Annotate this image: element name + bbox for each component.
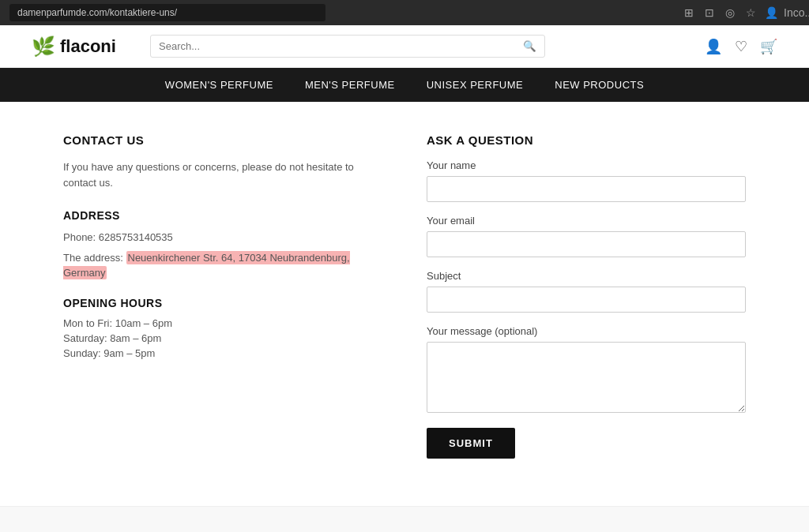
- site-footer: OUR SHOP My account payment CONTACT Abou…: [0, 506, 809, 532]
- submit-button[interactable]: SUBMIT: [427, 428, 515, 459]
- main-content: CONTACT US If you have any questions or …: [0, 102, 809, 490]
- user-icon: 👤: [705, 39, 722, 54]
- email-input[interactable]: [427, 231, 746, 257]
- search-bar: 🔍: [150, 35, 545, 58]
- ask-question-column: ASK A QUESTION Your name Your email Subj…: [427, 133, 746, 459]
- opening-hours-title: OPENING HOURS: [63, 297, 379, 309]
- eye-icon: ◎: [722, 6, 738, 19]
- url-bar[interactable]: damenparfumde.com/kontaktiere-uns/: [9, 4, 325, 21]
- cart-icon: 🛒: [760, 39, 777, 54]
- subject-input[interactable]: [427, 287, 746, 313]
- browser-icons: ⊞ ⊡ ◎ ☆ 👤 Inco...: [681, 6, 800, 19]
- contact-intro-text: If you have any questions or concerns, p…: [63, 159, 379, 190]
- contact-info-column: CONTACT US If you have any questions or …: [63, 133, 379, 459]
- search-icon: 🔍: [523, 40, 536, 52]
- browser-chrome: damenparfumde.com/kontaktiere-uns/ ⊞ ⊡ ◎…: [0, 0, 809, 25]
- user-account-button[interactable]: 👤: [705, 38, 722, 55]
- hours-saturday: Saturday: 8am – 6pm: [63, 332, 379, 344]
- logo-icon: 🌿: [32, 36, 55, 58]
- incognito-icon: 👤: [763, 6, 779, 19]
- hours-mon-fri: Mon to Fri: 10am – 6pm: [63, 317, 379, 329]
- hours-sunday: Sunday: 9am – 5pm: [63, 347, 379, 359]
- message-textarea[interactable]: [427, 342, 746, 413]
- header-icons: 👤 ♡ 🛒: [705, 38, 777, 55]
- main-nav: WOMEN'S PERFUME MEN'S PERFUME UNISEX PER…: [0, 68, 809, 102]
- grid-icon: ⊞: [681, 6, 697, 19]
- message-field-group: Your message (optional): [427, 325, 746, 415]
- opening-hours-section: OPENING HOURS Mon to Fri: 10am – 6pm Sat…: [63, 297, 379, 359]
- site-header: 🌿 flaconi 🔍 👤 ♡ 🛒: [0, 25, 809, 68]
- name-label: Your name: [427, 159, 746, 171]
- ask-question-title: ASK A QUESTION: [427, 133, 746, 147]
- subject-label: Subject: [427, 270, 746, 282]
- address-label: The address:: [63, 252, 123, 264]
- address-line: The address: Neuenkirchener Str. 64, 170…: [63, 250, 379, 281]
- nav-mens-perfume[interactable]: MEN'S PERFUME: [305, 79, 395, 91]
- subject-field-group: Subject: [427, 270, 746, 313]
- logo-text: flaconi: [60, 36, 116, 57]
- phone-line: Phone: 6285753140535: [63, 230, 379, 245]
- email-label: Your email: [427, 215, 746, 227]
- search-button[interactable]: 🔍: [523, 40, 536, 52]
- star-icon: ☆: [743, 6, 758, 19]
- nav-unisex-perfume[interactable]: UNISEX PERFUME: [427, 79, 524, 91]
- wishlist-icon: ♡: [735, 39, 747, 54]
- cart-button[interactable]: 🛒: [760, 38, 777, 55]
- logo[interactable]: 🌿 flaconi: [32, 36, 134, 58]
- nav-new-products[interactable]: NEW PRODUCTS: [555, 79, 644, 91]
- search-input[interactable]: [159, 40, 523, 52]
- wishlist-button[interactable]: ♡: [735, 38, 747, 55]
- address-title: ADDRESS: [63, 209, 379, 222]
- message-label: Your message (optional): [427, 325, 746, 337]
- nav-womens-perfume[interactable]: WOMEN'S PERFUME: [165, 79, 273, 91]
- name-input[interactable]: [427, 176, 746, 202]
- share-icon: ⊡: [702, 6, 717, 19]
- contact-us-title: CONTACT US: [63, 133, 379, 147]
- incognito-label: Inco...: [784, 6, 800, 19]
- email-field-group: Your email: [427, 215, 746, 257]
- name-field-group: Your name: [427, 159, 746, 202]
